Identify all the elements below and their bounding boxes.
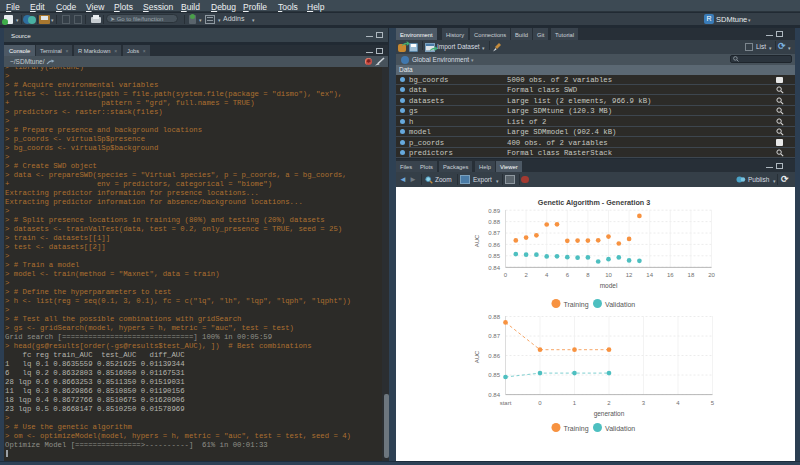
svg-text:1: 1 (573, 400, 577, 406)
svg-text:16: 16 (667, 272, 674, 278)
svg-text:6: 6 (566, 272, 570, 278)
svg-text:8: 8 (586, 272, 590, 278)
svg-text:Training: Training (564, 425, 589, 433)
svg-text:generation: generation (594, 410, 625, 418)
svg-text:4: 4 (676, 400, 680, 406)
svg-text:14: 14 (646, 272, 653, 278)
svg-text:AUC: AUC (474, 234, 480, 247)
svg-text:0.88: 0.88 (488, 314, 500, 320)
svg-text:AUC: AUC (474, 350, 480, 363)
svg-text:0.86: 0.86 (488, 242, 500, 248)
svg-text:3: 3 (642, 400, 646, 406)
svg-text:2: 2 (524, 272, 528, 278)
svg-text:2: 2 (607, 400, 611, 406)
svg-text:4: 4 (545, 272, 549, 278)
svg-text:0.84: 0.84 (488, 265, 500, 271)
svg-text:0.85: 0.85 (488, 253, 500, 259)
svg-text:0: 0 (538, 400, 542, 406)
svg-text:0.86: 0.86 (488, 353, 500, 359)
svg-text:Training: Training (564, 301, 589, 309)
svg-text:0.87: 0.87 (488, 333, 500, 339)
svg-text:0.85: 0.85 (488, 372, 500, 378)
svg-text:10: 10 (605, 272, 612, 278)
svg-text:start: start (500, 400, 512, 406)
svg-text:20: 20 (708, 272, 715, 278)
svg-text:0.89: 0.89 (488, 208, 500, 214)
svg-text:0: 0 (504, 272, 508, 278)
svg-text:Validation: Validation (605, 301, 635, 308)
svg-text:Genetic Algorithm - Generation: Genetic Algorithm - Generation 3 (538, 198, 650, 207)
svg-text:5: 5 (711, 400, 715, 406)
svg-text:Validation: Validation (605, 425, 635, 432)
svg-text:0.88: 0.88 (488, 219, 500, 225)
svg-text:12: 12 (626, 272, 633, 278)
svg-text:18: 18 (688, 272, 695, 278)
svg-text:model: model (600, 282, 618, 289)
svg-text:0.87: 0.87 (488, 230, 500, 236)
svg-text:0.84: 0.84 (488, 392, 500, 398)
